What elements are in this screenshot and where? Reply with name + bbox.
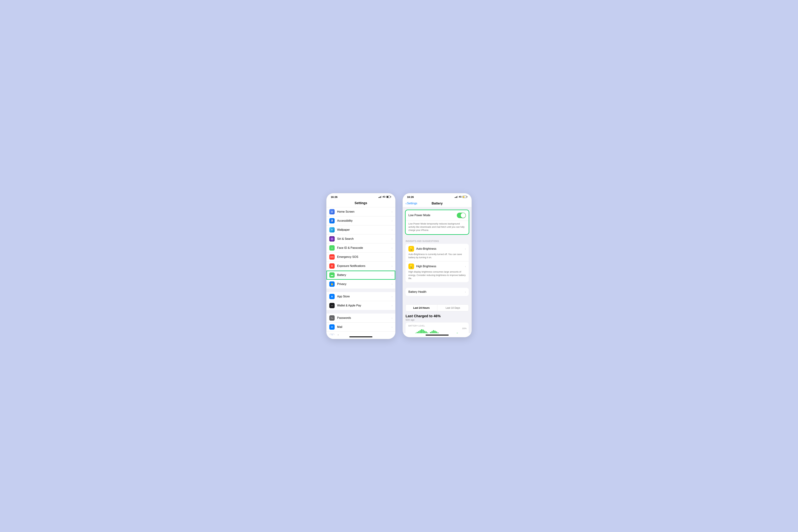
wallet-icon: ▭	[329, 303, 335, 308]
contacts-chevron: ›	[392, 335, 393, 335]
insight-high-brightness[interactable]: 💡 High Brightness › High display brightn…	[405, 261, 469, 282]
high-brightness-icon: 💡	[408, 264, 414, 269]
home-screen-label: Home Screen	[337, 210, 392, 213]
low-power-section: Low Power Mode Low Power Mode temporaril…	[405, 210, 469, 234]
sos-chevron: ›	[392, 255, 393, 259]
battery-page-title: Battery	[432, 202, 443, 205]
wallet-label: Wallet & Apple Pay	[337, 304, 392, 307]
chart-label: BATTERY LEVEL	[408, 325, 425, 327]
settings-row-exposure[interactable]: ✲ Exposure Notifications ›	[326, 262, 395, 271]
settings-row-contacts[interactable]: 👤 Contacts ›	[326, 331, 395, 335]
battery-health-row: Battery Health ›	[405, 288, 469, 296]
chart-label-row: BATTERY LEVEL	[407, 325, 467, 327]
faceid-label: Face ID & Passcode	[337, 246, 392, 249]
settings-row-privacy[interactable]: ✋ Privacy ›	[326, 280, 395, 288]
phones-container: 16:26 4G Settings	[326, 193, 472, 339]
time-right: 16:26	[407, 195, 414, 198]
settings-group-2: A App Store › ▭ Wallet & Apple Pay ›	[326, 292, 395, 310]
battery-icon-left	[386, 196, 391, 198]
status-icons-left: 4G	[378, 196, 391, 198]
chart-bars-container	[407, 327, 467, 333]
insight-auto-brightness[interactable]: 💡 Auto-Brightness › Auto-Brightness is c…	[405, 244, 469, 261]
divider-battery-health	[403, 282, 472, 285]
divider-1	[326, 288, 395, 292]
chart-bar	[421, 329, 422, 333]
home-screen-icon: ⊞	[329, 209, 335, 214]
faceid-chevron: ›	[392, 247, 393, 249]
settings-row-wallpaper[interactable]: ✦ Wallpaper ›	[326, 225, 395, 234]
siri-label: Siri & Search	[337, 237, 392, 241]
sos-icon: SOS	[329, 254, 335, 260]
mail-chevron: ›	[392, 326, 393, 328]
status-bar-left: 16:26 4G	[326, 193, 395, 200]
auto-brightness-desc: Auto-Brightness is currently turned off.…	[408, 253, 466, 259]
settings-row-wallet[interactable]: ▭ Wallet & Apple Pay ›	[326, 301, 395, 310]
low-power-description: Low Power Mode temporarily reduces backg…	[405, 221, 469, 234]
chart-wrapper: 100% 50% 0%	[407, 327, 467, 333]
settings-row-sos[interactable]: SOS Emergency SOS ›	[326, 252, 395, 262]
wallet-chevron: ›	[392, 304, 393, 307]
settings-row-mail[interactable]: ✉ Mail ›	[326, 323, 395, 331]
time-left: 16:26	[331, 195, 338, 198]
tab-last-10d[interactable]: Last 10 Days	[437, 305, 469, 311]
back-label: Settings	[407, 202, 417, 205]
battery-chevron: ›	[392, 273, 393, 277]
settings-row-siri[interactable]: ◎ Siri & Search ›	[326, 234, 395, 244]
settings-row-home-screen[interactable]: ⊞ Home Screen ›	[326, 207, 395, 216]
usage-tabs-section: Last 24 Hours Last 10 Days	[405, 304, 469, 311]
status-icons-right: 4G	[455, 196, 467, 198]
battery-health-label: Battery Health	[408, 290, 426, 293]
settings-row-accessibility[interactable]: ♿ Accessibility ›	[326, 216, 395, 225]
exposure-label: Exposure Notifications	[337, 264, 392, 268]
charge-subtitle: 50m ago	[405, 319, 469, 321]
settings-row-appstore[interactable]: A App Store ›	[326, 292, 395, 301]
back-button[interactable]: ‹ Settings	[405, 202, 417, 205]
settings-row-battery[interactable]: ▬ Battery ›	[326, 271, 395, 280]
divider-2	[326, 310, 395, 314]
settings-title: Settings	[326, 200, 395, 207]
low-power-label: Low Power Mode	[408, 214, 431, 217]
insights-section: 💡 Auto-Brightness › Auto-Brightness is c…	[405, 244, 469, 282]
divider-usage	[403, 299, 472, 302]
contacts-label: Contacts	[337, 335, 392, 335]
settings-row-passwords[interactable]: 🗝 Passwords ›	[326, 314, 395, 323]
settings-list: ⊞ Home Screen › ♿ Accessibility › ✦	[326, 207, 395, 335]
sos-label: Emergency SOS	[337, 255, 392, 259]
home-screen-chevron: ›	[392, 210, 393, 213]
tab-last-24h[interactable]: Last 24 Hours	[406, 305, 437, 311]
chart-bar	[418, 331, 419, 333]
chart-bar	[425, 331, 427, 333]
network-left: 4G	[382, 196, 385, 198]
chart-bar	[437, 332, 439, 333]
insights-label: INSIGHTS AND SUGGESTIONS	[403, 237, 472, 244]
passwords-icon: 🗝	[329, 315, 335, 321]
low-power-toggle[interactable]	[457, 213, 466, 218]
chart-bar	[423, 330, 424, 333]
privacy-chevron: ›	[392, 283, 393, 285]
chart-bar	[432, 331, 433, 333]
battery-row-icon: ▬	[329, 272, 335, 278]
charge-info: Last Charged to 46% 50m ago	[405, 314, 469, 321]
chart-bar	[420, 330, 421, 333]
home-indicator-right	[403, 333, 472, 337]
settings-row-faceid[interactable]: ☺ Face ID & Passcode ›	[326, 244, 395, 252]
auto-brightness-chevron: ›	[465, 247, 466, 250]
battery-content: Low Power Mode Low Power Mode temporaril…	[403, 207, 472, 333]
mail-label: Mail	[337, 325, 392, 329]
battery-label: Battery	[337, 273, 392, 277]
chart-bar	[457, 333, 458, 333]
chart-bar	[427, 332, 428, 333]
signal-icon	[378, 196, 382, 198]
chart-bar	[417, 332, 418, 333]
privacy-label: Privacy	[337, 283, 392, 286]
charge-title: Last Charged to 46%	[405, 314, 469, 318]
appstore-icon: A	[329, 294, 335, 299]
battery-header: ‹ Settings Battery	[403, 200, 472, 207]
accessibility-label: Accessibility	[337, 219, 392, 222]
privacy-icon: ✋	[329, 281, 335, 287]
low-power-row: Low Power Mode	[405, 210, 469, 221]
battery-health-section[interactable]: Battery Health ›	[405, 288, 469, 296]
settings-group-1: ⊞ Home Screen › ♿ Accessibility › ✦	[326, 207, 395, 288]
home-bar-right	[425, 335, 449, 336]
wallpaper-icon: ✦	[329, 227, 335, 232]
